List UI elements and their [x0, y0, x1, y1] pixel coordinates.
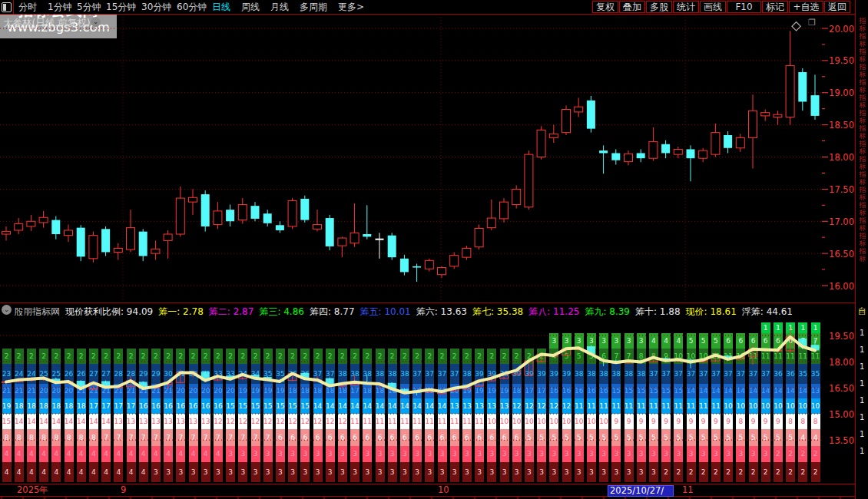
button-多股[interactable]: 多股: [646, 1, 672, 13]
button-F10[interactable]: F10: [727, 1, 761, 13]
chip-band-cell: 2: [201, 349, 210, 364]
chip-band-cell: 37: [326, 364, 335, 384]
right-edge-strip[interactable]: 指标指标指标指标指标指标指标指标指标指标指标指标指标指标指标指标 自 11111…: [855, 0, 868, 499]
button-统计[interactable]: 统计: [673, 1, 699, 13]
chip-band-cell: 10: [811, 398, 820, 414]
chip-band-cell: 10: [587, 414, 596, 429]
chip-band-cell: 14: [376, 398, 385, 414]
tab-period-5分钟[interactable]: 5分钟: [77, 1, 101, 13]
chip-band-cell: 21: [27, 384, 36, 398]
chip-band-cell: 5: [549, 429, 558, 446]
chip-band-cell: 3: [388, 462, 397, 482]
chip-band-cell: 16: [549, 384, 558, 398]
chip-band-cell: 4: [127, 462, 136, 482]
chip-band-cell: 38: [599, 364, 608, 384]
chip-band-cell: 2: [39, 349, 48, 364]
layout-toggle-icon[interactable]: [2, 2, 12, 12]
chip-band-cell: 39: [475, 364, 484, 384]
chip-band-cell: 4: [139, 462, 148, 482]
chip-band-cell: 18: [77, 398, 86, 414]
tab-period-60分钟[interactable]: 60分钟: [177, 1, 207, 13]
button-返回[interactable]: 返回: [824, 1, 850, 13]
chip-band-cell: 19: [425, 384, 434, 398]
chip-band-cell: 6: [388, 429, 397, 446]
chip-band-cell: 32: [201, 364, 210, 384]
chip-band-cell: 35: [276, 364, 285, 384]
chip-band-cell: 5: [575, 429, 584, 446]
chip-band-cell: 9: [624, 414, 634, 429]
chip-band-cell: 3: [226, 446, 235, 462]
chip-band-cell: 4: [164, 446, 173, 462]
chip-band-cell: 2: [786, 462, 795, 482]
chip-band-cell: 38: [376, 364, 385, 384]
chip-band-cell: 10: [487, 414, 496, 429]
chip-band-cell: 19: [500, 384, 509, 398]
chip-band-cell: 17: [114, 398, 123, 414]
tab-period-30分钟[interactable]: 30分钟: [141, 1, 171, 13]
candlestick-pane[interactable]: ❐ 20.0019.5019.0018.5018.0017.5017.0016.…: [0, 15, 855, 303]
chip-band-cell: 10: [786, 398, 795, 414]
button-复权[interactable]: 复权: [592, 1, 618, 13]
tab-period-月线[interactable]: 月线: [270, 1, 289, 13]
chip-band-cell: 11: [363, 414, 372, 429]
tab-period-更多>[interactable]: 更多>: [338, 1, 364, 13]
button-+自选[interactable]: +自选: [789, 1, 823, 13]
chip-band-cell: 3: [487, 446, 496, 462]
chip-band-cell: 2: [786, 446, 795, 462]
chip-band-cell: 21: [2, 384, 12, 398]
chip-band-cell: 3: [376, 446, 385, 462]
price-axis-label: 16.50: [827, 249, 854, 259]
chip-band-cell: 2: [89, 349, 98, 364]
chip-band-cell: 18: [363, 384, 372, 398]
chip-band-cell: 3: [637, 333, 646, 349]
chip-band-cell: 4: [77, 446, 86, 462]
chip-band-cell: 3: [189, 462, 198, 482]
chip-band-cell: 11: [687, 398, 696, 414]
chip-band-cell: 3: [587, 333, 596, 349]
button-标记[interactable]: 标记: [762, 1, 788, 13]
chip-band-cell: 11: [376, 414, 385, 429]
chip-band-cell: 6: [774, 333, 783, 349]
tab-period-分时[interactable]: 分时: [18, 1, 37, 13]
chip-band-cell: 2: [127, 349, 136, 364]
chip-band-cell: 4: [27, 462, 36, 482]
indicator-value-筹四: 筹四: 8.77: [310, 306, 355, 316]
price-axis-label: 18.50: [827, 120, 854, 131]
indicator-collapse-icon[interactable]: ⌄: [2, 305, 12, 315]
chip-distribution-panel[interactable]: 4481519212324481418212424481418212424481…: [0, 316, 825, 484]
chip-band-cell: 6: [736, 333, 745, 349]
tab-period-15分钟[interactable]: 15分钟: [106, 1, 136, 13]
chip-band-cell: 9: [674, 414, 683, 429]
chip-band-cell: 24: [15, 364, 24, 384]
date-axis[interactable]: 2025年 2025/10/27/— 91011: [0, 484, 855, 497]
chip-band-cell: 5: [711, 429, 721, 446]
chip-band-cell: 17: [525, 384, 534, 398]
button-画线[interactable]: 画线: [700, 1, 726, 13]
chip-band-cell: 7: [151, 429, 161, 446]
chip-band-cell: 13: [127, 414, 136, 429]
indicator-value-现价获利比例: 现价获利比例: 94.09: [65, 306, 153, 316]
chip-band-cell: 37: [711, 364, 721, 384]
chip-band-cell: 39: [512, 364, 522, 384]
chip-band-cell: 2: [27, 349, 36, 364]
chip-band-cell: 12: [537, 398, 546, 414]
chip-band-cell: 18: [313, 384, 323, 398]
chip-band-cell: 3: [611, 446, 621, 462]
button-叠加[interactable]: 叠加: [619, 1, 645, 13]
chip-band-cell: 20: [65, 384, 74, 398]
chip-band-cell: 4: [65, 462, 74, 482]
tab-period-多周期[interactable]: 多周期: [300, 1, 327, 13]
panel-axis-label: 19.50: [827, 331, 854, 342]
chip-band-cell: 5: [749, 429, 758, 446]
chip-band-cell: 6: [338, 429, 347, 446]
chip-band-cell: 18: [65, 398, 74, 414]
tab-period-周线[interactable]: 周线: [241, 1, 260, 13]
chip-band-cell: 10: [512, 414, 522, 429]
tab-period-1分钟[interactable]: 1分钟: [48, 1, 72, 13]
chip-band-cell: 10: [736, 398, 745, 414]
chip-band-cell: 8: [51, 429, 61, 446]
chip-band-cell: 10: [549, 414, 558, 429]
chip-band-cell: 12: [226, 414, 235, 429]
restore-window-icon[interactable]: ❐: [808, 18, 817, 27]
tab-period-日线[interactable]: 日线: [212, 1, 230, 13]
